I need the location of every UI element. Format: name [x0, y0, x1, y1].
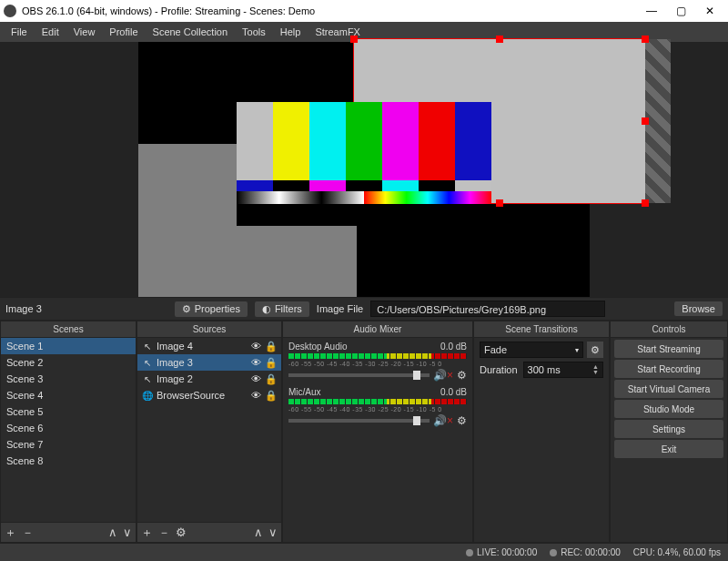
resize-handle[interactable]: [350, 36, 358, 43]
close-button[interactable]: ✕: [695, 2, 724, 20]
image-file-label: Image File: [317, 303, 363, 314]
settings-button[interactable]: Settings: [614, 420, 723, 438]
scenes-header[interactable]: Scenes: [1, 321, 136, 338]
source-item[interactable]: ↖ Image 3 👁 🔒: [137, 354, 281, 371]
start-virtual-camera-button[interactable]: Start Virtual Camera: [614, 380, 723, 398]
image-icon: ↖: [141, 374, 154, 384]
vu-meter: [288, 399, 467, 404]
channel-name: Mic/Aux: [288, 387, 321, 397]
preview-area[interactable]: [0, 42, 728, 297]
source-property-bar: Image 3 ⚙ Properties ◐ Filters Image Fil…: [0, 297, 728, 321]
visibility-toggle[interactable]: 👁: [249, 373, 262, 384]
resize-handle[interactable]: [496, 36, 503, 43]
scene-item[interactable]: Scene 8: [1, 453, 136, 469]
status-cpu: CPU: 0.4%, 60.00 fps: [633, 547, 721, 557]
channel-settings-button[interactable]: ⚙: [457, 414, 467, 427]
source-item[interactable]: ↖ Image 4 👁 🔒: [137, 338, 281, 354]
transition-select[interactable]: Fade ▾: [480, 342, 583, 358]
menu-file[interactable]: File: [4, 25, 35, 39]
vu-meter: [288, 353, 467, 359]
menu-help[interactable]: Help: [273, 25, 308, 39]
title-bar: OBS 26.1.0 (64-bit, windows) - Profile: …: [0, 0, 728, 22]
move-source-up-button[interactable]: ∧: [254, 525, 263, 539]
source-properties-button[interactable]: ⚙: [176, 525, 187, 539]
visibility-toggle[interactable]: 👁: [249, 341, 262, 352]
transition-settings-button[interactable]: ⚙: [587, 342, 603, 358]
scene-item[interactable]: Scene 1: [1, 338, 136, 354]
filters-button[interactable]: ◐ Filters: [255, 301, 309, 317]
volume-slider[interactable]: [288, 373, 430, 377]
globe-icon: 🌐: [141, 391, 154, 401]
resize-handle[interactable]: [642, 117, 649, 125]
source-item[interactable]: ↖ Image 2 👁 🔒: [137, 371, 281, 387]
channel-name: Desktop Audio: [288, 342, 348, 352]
minimize-button[interactable]: —: [637, 2, 666, 20]
scene-item[interactable]: Scene 2: [1, 354, 136, 371]
scene-item[interactable]: Scene 7: [1, 436, 136, 453]
duration-input[interactable]: 300 ms ▲▼: [523, 362, 603, 378]
mute-button[interactable]: 🔊×: [433, 369, 453, 382]
remove-source-button[interactable]: －: [158, 525, 170, 541]
status-live: LIVE: 00:00:00: [466, 547, 537, 557]
lock-toggle[interactable]: 🔒: [265, 357, 278, 369]
sources-header[interactable]: Sources: [137, 321, 281, 338]
resize-handle[interactable]: [496, 199, 503, 207]
app-window: OBS 26.1.0 (64-bit, windows) - Profile: …: [0, 0, 728, 561]
menu-profile[interactable]: Profile: [102, 25, 145, 39]
scenes-list[interactable]: Scene 1 Scene 2 Scene 3 Scene 4 Scene 5 …: [1, 338, 136, 522]
scene-item[interactable]: Scene 6: [1, 420, 136, 436]
image-file-path[interactable]: C:/Users/OBS/Pictures/Grey169B.png: [370, 301, 605, 317]
resize-handle[interactable]: [642, 199, 649, 207]
controls-panel: Controls Start Streaming Start Recording…: [610, 321, 728, 543]
scene-item[interactable]: Scene 3: [1, 371, 136, 387]
menu-streamfx[interactable]: StreamFX: [308, 25, 368, 39]
properties-button[interactable]: ⚙ Properties: [175, 301, 248, 317]
maximize-button[interactable]: ▢: [666, 2, 695, 20]
spin-arrows-icon[interactable]: ▲▼: [592, 364, 599, 375]
status-bar: LIVE: 00:00:00 REC: 00:00:00 CPU: 0.4%, …: [0, 543, 728, 561]
browse-button[interactable]: Browse: [674, 301, 723, 316]
start-recording-button[interactable]: Start Recording: [614, 360, 723, 378]
lock-toggle[interactable]: 🔒: [265, 373, 278, 385]
mixer-body: Desktop Audio 0.0 dB -60 -55 -50 -45 -40…: [283, 338, 472, 542]
visibility-toggle[interactable]: 👁: [249, 357, 262, 368]
sources-list[interactable]: ↖ Image 4 👁 🔒 ↖ Image 3 👁 🔒 ↖ Image 2 👁 …: [137, 338, 281, 522]
menu-scene-collection[interactable]: Scene Collection: [146, 25, 236, 39]
scenes-panel: Scenes Scene 1 Scene 2 Scene 3 Scene 4 S…: [0, 321, 136, 543]
start-streaming-button[interactable]: Start Streaming: [614, 340, 723, 358]
mixer-header[interactable]: Audio Mixer: [283, 321, 472, 338]
controls-header[interactable]: Controls: [611, 321, 727, 338]
selected-source-label: Image 3: [5, 303, 42, 314]
source-image4-preview[interactable]: [237, 102, 491, 226]
mute-button[interactable]: 🔊×: [433, 414, 453, 427]
move-scene-down-button[interactable]: ∨: [123, 525, 132, 539]
scene-item[interactable]: Scene 5: [1, 403, 136, 420]
scene-item[interactable]: Scene 4: [1, 387, 136, 403]
channel-level: 0.0 dB: [440, 387, 467, 397]
source-item[interactable]: 🌐 BrowserSource 👁 🔒: [137, 387, 281, 403]
volume-slider[interactable]: [288, 419, 430, 423]
move-scene-up-button[interactable]: ∧: [108, 525, 117, 539]
menu-tools[interactable]: Tools: [235, 25, 273, 39]
chevron-down-icon: ▾: [575, 346, 579, 354]
lock-toggle[interactable]: 🔒: [265, 390, 278, 402]
preview-canvas[interactable]: [138, 42, 590, 297]
resize-handle[interactable]: [642, 36, 649, 43]
visibility-toggle[interactable]: 👁: [249, 390, 262, 401]
lock-toggle[interactable]: 🔒: [265, 341, 278, 352]
dock-panels: Scenes Scene 1 Scene 2 Scene 3 Scene 4 S…: [0, 321, 728, 543]
image-icon: ↖: [141, 358, 154, 368]
move-source-down-button[interactable]: ∨: [268, 525, 278, 539]
studio-mode-button[interactable]: Studio Mode: [614, 400, 723, 418]
add-source-button[interactable]: ＋: [141, 525, 153, 541]
duration-label: Duration: [480, 364, 518, 375]
transitions-header[interactable]: Scene Transitions: [474, 321, 609, 338]
menu-view[interactable]: View: [66, 25, 103, 39]
channel-settings-button[interactable]: ⚙: [457, 369, 467, 382]
menu-edit[interactable]: Edit: [35, 25, 66, 39]
image-icon: ↖: [141, 342, 154, 352]
exit-button[interactable]: Exit: [614, 440, 723, 458]
remove-scene-button[interactable]: －: [22, 525, 34, 541]
add-scene-button[interactable]: ＋: [5, 525, 16, 541]
meter-ticks: -60 -55 -50 -45 -40 -35 -30 -25 -20 -15 …: [288, 406, 467, 413]
